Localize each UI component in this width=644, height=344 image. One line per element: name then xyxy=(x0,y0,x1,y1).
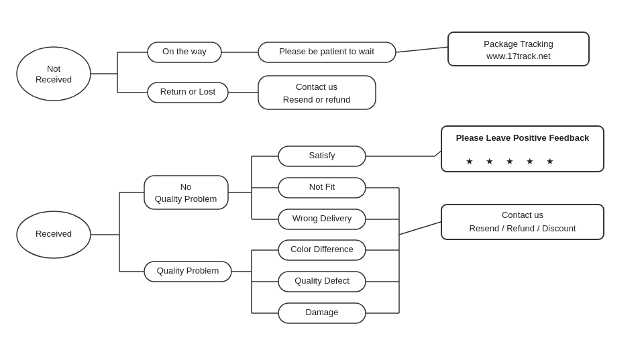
package-tracking-label1: Package Tracking xyxy=(484,39,553,49)
flowchart-diagram: Not Received On the way Return or Lost P… xyxy=(0,0,644,344)
on-the-way-label: On the way xyxy=(162,46,207,56)
no-quality-problem-label1: No xyxy=(180,182,192,192)
satisfy-label: Satisfy xyxy=(309,150,335,160)
not-received-label: Not xyxy=(47,64,61,74)
contact-resend-refund2-label1: Contact us xyxy=(502,210,544,220)
quality-problem-label: Quality Problem xyxy=(157,266,219,276)
not-received-label2: Received xyxy=(36,74,72,84)
quality-defect-label: Quality Defect xyxy=(294,276,350,286)
please-be-patient-label: Please be patient to wait xyxy=(279,46,374,56)
no-quality-problem-label2: Quality Problem xyxy=(155,194,217,204)
wrong-delivery-label: Wrong Delivery xyxy=(292,213,352,223)
star3-icon: ★ xyxy=(506,156,514,166)
color-difference-label: Color Difference xyxy=(290,244,354,254)
star5-icon: ★ xyxy=(546,156,554,166)
not-fit-label: Not Fit xyxy=(309,182,335,192)
no-quality-problem-node xyxy=(144,176,228,209)
contact-resend-refund2-label2: Resend / Refund / Discount xyxy=(470,223,576,233)
star2-icon: ★ xyxy=(486,156,494,166)
damage-label: Damage xyxy=(305,307,338,317)
star4-icon: ★ xyxy=(526,156,534,166)
received-label: Received xyxy=(36,229,72,239)
svg-line-30 xyxy=(399,221,443,235)
svg-line-6 xyxy=(396,47,449,52)
positive-feedback-label: Please Leave Positive Feedback xyxy=(456,133,590,143)
contact-resend-refund-label2: Resend or refund xyxy=(283,95,350,105)
package-tracking-label2: www.17track.net xyxy=(486,51,551,61)
contact-resend-refund-label1: Contact us xyxy=(296,82,338,92)
return-or-lost-label: Return or Lost xyxy=(160,87,216,97)
star1-icon: ★ xyxy=(466,156,474,166)
